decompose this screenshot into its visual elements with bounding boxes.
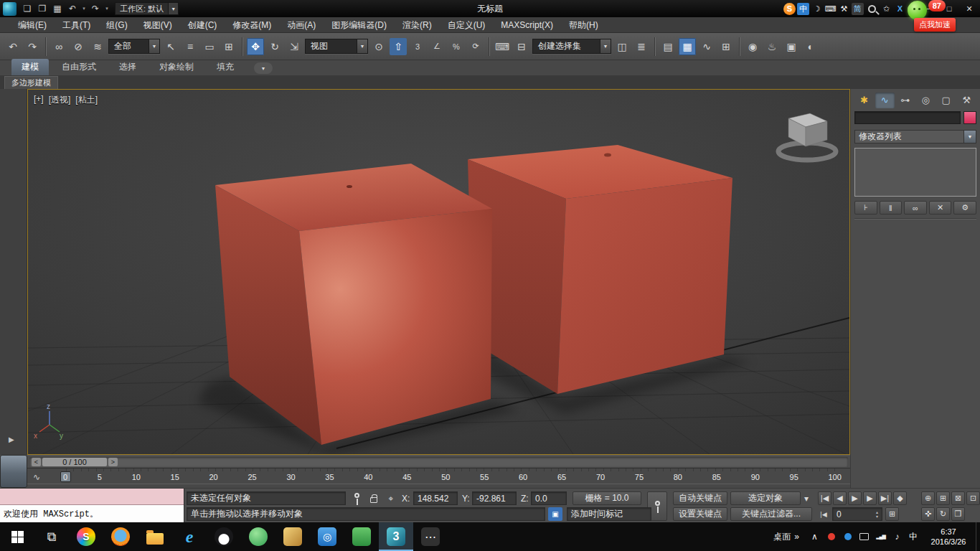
start-button[interactable] — [0, 522, 34, 551]
macro-recorder-pane[interactable] — [0, 489, 184, 505]
menu-customize[interactable]: 自定义(U) — [440, 17, 494, 33]
favorites-star-icon[interactable]: ✩ — [880, 3, 892, 15]
zoom-extents-icon[interactable]: ⊠ — [951, 491, 965, 505]
open-mini-curve-editor-icon[interactable]: ∿ — [33, 472, 40, 482]
ribbon-tab-object-paint[interactable]: 对象绘制 — [149, 59, 204, 75]
ime-lang-icon[interactable]: 中 — [797, 3, 809, 15]
make-unique-icon[interactable]: ∞ — [904, 201, 927, 215]
tray-messenger-icon[interactable] — [839, 522, 856, 551]
undo-icon[interactable]: ↶ — [66, 2, 79, 15]
ime-indicator[interactable]: 中 — [905, 529, 921, 545]
spinner-snap-icon[interactable]: ⟳ — [467, 38, 484, 55]
ime-moon-icon[interactable]: ☽ — [811, 3, 823, 15]
grid-size-display[interactable]: 栅格 = 10.0 — [573, 491, 641, 505]
taskbar-3dsmax[interactable]: 3 — [379, 522, 413, 551]
pin-stack-icon[interactable]: ⊦ — [854, 201, 877, 215]
taskbar-file-explorer[interactable] — [138, 522, 172, 551]
ribbon-tab-selection[interactable]: 选择 — [109, 59, 146, 75]
use-center-icon[interactable]: ⊙ — [370, 38, 387, 55]
workspace-selector[interactable]: 工作区: 默认 ▼ — [115, 2, 179, 15]
auto-key-button[interactable]: 自动关键点 — [673, 491, 727, 505]
time-slider-handle[interactable]: < 0 / 100 > — [32, 458, 118, 466]
menu-views[interactable]: 视图(V) — [136, 17, 180, 33]
selection-filter-combo[interactable]: 全部 ▼ — [108, 39, 160, 54]
communicator-icon[interactable]: ▣ — [548, 507, 562, 521]
selection-lock-icon[interactable] — [367, 491, 381, 505]
booster-label[interactable]: 点我加速 — [914, 18, 956, 32]
ribbon-tab-modeling[interactable]: 建模 — [11, 59, 49, 75]
redo-icon[interactable]: ↷ — [89, 2, 102, 15]
menu-help[interactable]: 帮助(H) — [561, 17, 606, 33]
key-mode-toggle-icon[interactable]: ⊞ — [885, 507, 899, 521]
next-frame-icon[interactable]: > — [108, 458, 118, 466]
perspective-viewport[interactable]: z x y [+] [透视] [粘土] — [27, 89, 850, 455]
rendered-frame-window-icon[interactable]: ▣ — [783, 38, 800, 55]
close-button[interactable]: ✕ — [960, 1, 979, 16]
ribbon-toggle-icon[interactable]: ▦ — [679, 38, 696, 55]
select-and-place-icon[interactable]: ⇧ — [390, 38, 407, 55]
viewport-pov-menu[interactable]: [透视] — [49, 94, 71, 106]
ime-keyboard-icon[interactable]: ⌨ — [824, 3, 837, 15]
network-icon[interactable]: ▂▄▆ — [872, 522, 889, 551]
ribbon-minimize-icon[interactable]: ▼ — [254, 62, 273, 74]
expand-strip-icon[interactable]: ▶ — [9, 435, 14, 443]
align-icon[interactable]: ≣ — [633, 38, 650, 55]
render-production-icon[interactable]: ◐ — [802, 38, 819, 55]
viewport-general-menu[interactable]: [+] — [34, 94, 44, 106]
taskbar-sogou[interactable]: S — [69, 522, 103, 551]
redo-scene-icon[interactable]: ↷ — [24, 38, 41, 55]
menu-animation[interactable]: 动画(A) — [279, 17, 324, 33]
desktop-toolbar[interactable]: 桌面 » — [766, 531, 806, 543]
zoom-all-icon[interactable]: ⊞ — [936, 491, 950, 505]
go-to-start-icon[interactable]: |◀ — [818, 491, 831, 505]
system-clock[interactable]: 6:37 2016/3/26 — [921, 527, 976, 547]
booster-ball-icon[interactable] — [908, 1, 927, 20]
modifier-stack-list[interactable] — [854, 148, 976, 197]
modifier-list-dropdown[interactable]: 修改器列表 ▼ — [854, 130, 976, 143]
rectangular-region-icon[interactable]: ▭ — [201, 38, 218, 55]
new-file-icon[interactable]: ❏ — [21, 2, 34, 15]
edit-named-selection-icon[interactable]: ⊟ — [513, 38, 530, 55]
set-key-button[interactable]: 设置关键点 — [673, 507, 727, 521]
listener-pane[interactable]: 欢迎使用 MAXScript。 — [0, 505, 184, 523]
menu-modifiers[interactable]: 修改器(M) — [225, 17, 279, 33]
menu-graph-editors[interactable]: 图形编辑器(D) — [324, 17, 395, 33]
curve-editor-icon[interactable]: ∿ — [698, 38, 715, 55]
zoom-region-icon[interactable]: ⊡ — [966, 491, 980, 505]
sogou-logo-icon[interactable]: S — [783, 3, 796, 15]
configure-modifier-sets-icon[interactable]: ⚙ — [953, 201, 976, 215]
show-end-result-icon[interactable]: ‖ — [880, 201, 903, 215]
volume-icon[interactable]: ♪ — [889, 522, 905, 551]
remove-modifier-icon[interactable]: ✕ — [929, 201, 952, 215]
key-step-icon[interactable]: |◀ — [816, 507, 831, 521]
material-editor-icon[interactable]: ◉ — [744, 38, 761, 55]
tab-utilities-icon[interactable]: ⚒ — [957, 93, 977, 108]
tab-modify-icon[interactable]: ∿ — [875, 93, 895, 108]
maxscript-mini-listener[interactable]: 欢迎使用 MAXScript。 — [0, 489, 184, 523]
reference-coordinate-combo[interactable]: 视图 ▼ — [305, 39, 368, 54]
key-mode-chevron-icon[interactable]: ▾ — [801, 491, 812, 505]
time-slider-track[interactable]: < 0 / 100 > — [29, 457, 848, 467]
taskbar-firefox[interactable] — [103, 522, 138, 551]
previous-key-icon[interactable]: ◀ — [833, 491, 847, 505]
spinner-down-icon[interactable]: ▾ — [876, 514, 878, 519]
show-desktop-button[interactable] — [976, 522, 980, 551]
y-coord-field[interactable]: -92.861 — [472, 491, 517, 505]
redo-dropdown-icon[interactable]: ▾ — [104, 2, 110, 15]
menu-group[interactable]: 组(G) — [98, 17, 135, 33]
viewport-shading-menu[interactable]: [粘土] — [75, 94, 98, 106]
tray-display-icon[interactable] — [856, 522, 872, 551]
isolate-key-icon[interactable] — [349, 491, 364, 505]
taskbar-360-browser[interactable] — [241, 522, 275, 551]
taskbar-qq[interactable] — [207, 522, 241, 551]
select-and-scale-icon[interactable]: ⇲ — [286, 38, 303, 55]
app-logo-icon[interactable] — [3, 2, 17, 16]
maximize-viewport-icon[interactable]: ❒ — [951, 507, 965, 521]
layer-manager-icon[interactable]: ▤ — [659, 38, 677, 55]
snaps-toggle-icon[interactable]: 3 — [409, 38, 426, 55]
ribbon-tab-freeform[interactable]: 自由形式 — [52, 59, 106, 75]
add-key-icon[interactable]: ◆ — [893, 491, 907, 505]
named-selection-set-combo[interactable]: 创建选择集 ▼ — [532, 39, 611, 54]
tab-create-icon[interactable]: ✱ — [854, 93, 875, 108]
select-and-rotate-icon[interactable]: ↻ — [266, 38, 283, 55]
